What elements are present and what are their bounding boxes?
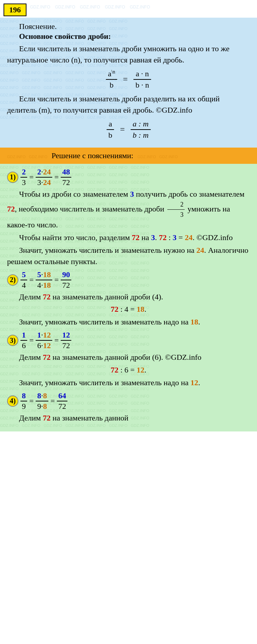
- step2: 2) 5 4 = 5·18 4·18 = 90 72 Делим 72 на з…: [7, 270, 250, 328]
- step3-frac2: 1·12 6·12: [36, 330, 52, 350]
- eq1: =: [123, 74, 128, 84]
- step1: 1) 2 3 = 2·24 3·24 = 48 72 Чтобы из дроб…: [7, 167, 250, 267]
- explanation-prefix: Пояснение.: [7, 22, 250, 31]
- step4-frac2: 8·8 9·8: [36, 391, 48, 411]
- step1-label: 1): [7, 172, 18, 183]
- step3-text2: 72 : 6 = 12.: [7, 364, 250, 376]
- step4-eq2: =: [50, 396, 55, 406]
- step1-frac1: 2 3: [20, 167, 27, 187]
- step2-eq1: =: [29, 275, 34, 285]
- step3-eq2: =: [54, 336, 59, 345]
- problem-number: 196: [4, 4, 26, 16]
- step4-frac3: 64 72: [57, 391, 67, 411]
- header-watermarks: GDZ.INFO GDZ.INFO GDZ.INFO GDZ.INFO GDZ.…: [30, 4, 150, 11]
- step4-label: 4): [7, 395, 18, 407]
- step1-text3: Значит, умножать числитель и знаменатель…: [7, 245, 250, 267]
- step1-text1: Чтобы из дроби со знаменателем 3 получит…: [7, 189, 250, 231]
- step1-formula-row: 1) 2 3 = 2·24 3·24 = 48 72: [7, 167, 250, 187]
- step4-text1: Делим 72 на знаменатель данной: [7, 412, 250, 424]
- frac-num2: a · n: [133, 69, 151, 80]
- step1-text2: Чтобы найти это число, разделим 72 на 3.…: [7, 232, 250, 243]
- header-row: 196 GDZ.INFO GDZ.INFO GDZ.INFO GDZ.INFO …: [0, 0, 257, 16]
- page-wrapper: 196 GDZ.INFO GDZ.INFO GDZ.INFO GDZ.INFO …: [0, 0, 257, 431]
- formula2: a b = a : m b : m: [7, 119, 250, 140]
- explanation-text2: Если числитель и знаменатель дроби разде…: [7, 93, 250, 116]
- step3-label: 3): [7, 335, 18, 346]
- step2-text3: Значит, умножать числитель и знаменатель…: [7, 316, 250, 328]
- explanation-text1: Если числитель и знаменатель дроби умнож…: [7, 43, 250, 66]
- frac-an-over-bn: a · n b · n: [133, 69, 151, 90]
- frac-den2: b · n: [133, 80, 151, 90]
- step2-eq2: =: [54, 275, 59, 285]
- step2-text2: 72 : 4 = 18.: [7, 304, 250, 315]
- step2-formula-row: 2) 5 4 = 5·18 4·18 = 90 72: [7, 270, 250, 290]
- eq2: =: [120, 125, 125, 134]
- step2-label: 2): [7, 274, 18, 286]
- step1-frac3: 48 72: [61, 167, 71, 187]
- frac-den: b: [107, 80, 115, 90]
- step4-formula-row: 4) 8 9 = 8·8 9·8 = 64 72: [7, 391, 250, 411]
- step3-text3: Значит, умножать числитель и знаменатель…: [7, 377, 250, 388]
- solution-body: GDZ.INFO GDZ.INFO GDZ.INFO GDZ.INFO GDZ.…: [0, 164, 257, 431]
- step3-frac3: 12 72: [61, 330, 71, 350]
- step3-eq1: =: [29, 336, 34, 345]
- step2-frac3: 90 72: [61, 270, 71, 290]
- frac-den3: b: [106, 130, 114, 140]
- step4: 4) 8 9 = 8·8 9·8 = 64 72 Делим 72 на зна…: [7, 391, 250, 424]
- step1-frac2: 2·24 3·24: [36, 167, 52, 187]
- step3: 3) 1 6 = 1·12 6·12 = 12 72 Делим 72 на з…: [7, 330, 250, 388]
- frac-num: a\n: [106, 69, 118, 80]
- step3-frac1: 1 6: [20, 330, 27, 350]
- step3-formula-row: 3) 1 6 = 1·12 6·12 = 12 72: [7, 330, 250, 350]
- frac-am-over-bm: a : m b : m: [131, 119, 151, 140]
- explanation-area: GDZ.INFO GDZ.INFO GDZ.INFO GDZ.INFO GDZ.…: [0, 18, 257, 148]
- frac-a-over-b-left: a\n b: [106, 69, 118, 90]
- frac-num3: a: [107, 119, 114, 130]
- explanation-title: Основное свойство дроби:: [7, 32, 250, 41]
- step2-text1: Делим 72 на знаменатель данной дроби (4)…: [7, 291, 250, 303]
- formula1: a\n b = a · n b · n: [7, 69, 250, 90]
- solution-header: GDZ.INFO GDZ.INFO Решение с пояснениями:…: [0, 148, 257, 164]
- frac-num4: a : m: [131, 119, 151, 130]
- step4-eq1: =: [29, 396, 34, 406]
- frac-den4: b : m: [131, 130, 151, 140]
- step1-eq1: =: [29, 173, 34, 182]
- step1-eq2: =: [54, 173, 59, 182]
- step4-frac1: 8 9: [20, 391, 27, 411]
- step3-text1: Делим 72 на знаменатель данной дроби (6)…: [7, 352, 250, 363]
- step2-frac1: 5 4: [20, 270, 27, 290]
- frac-a-over-b-right: a b: [106, 119, 114, 140]
- step2-frac2: 5·18 4·18: [36, 270, 52, 290]
